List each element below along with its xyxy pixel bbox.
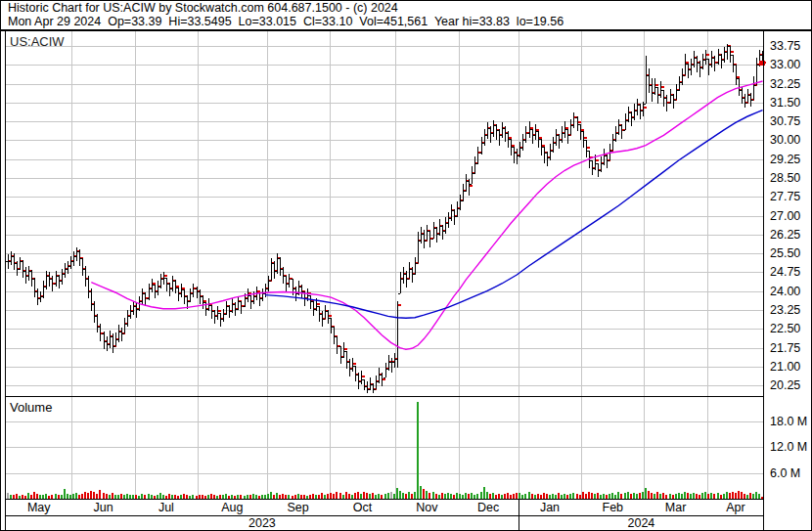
year-boundary-divider <box>519 499 519 530</box>
price-tick-label: 24.00 <box>770 285 800 298</box>
price-tick-label: 29.25 <box>770 153 800 166</box>
price-tick-label: 33.00 <box>770 58 800 71</box>
gridlines <box>6 31 764 499</box>
price-tick-label: 27.00 <box>770 209 800 223</box>
month-label: Jul <box>158 501 174 514</box>
price-tick-label: 30.75 <box>770 114 800 128</box>
volume-tick-label: 18.0 M <box>770 415 807 428</box>
volume-bars <box>7 402 763 499</box>
month-label: Jun <box>93 501 113 514</box>
year-label: 2023 <box>248 516 276 530</box>
chart-window: Historic Chart for US:ACIW by Stockwatch… <box>0 0 812 531</box>
ma-slow-line <box>265 111 763 319</box>
price-tick-label: 27.75 <box>770 190 800 203</box>
price-tick-label: 31.50 <box>770 96 800 110</box>
price-tick-label: 25.50 <box>770 246 800 260</box>
ohlc-bars <box>6 44 766 393</box>
volume-tick-label: 12.0 M <box>770 440 807 454</box>
price-tick-label: 28.50 <box>770 171 800 185</box>
plot-right-border <box>763 31 764 531</box>
price-tick-label: 26.25 <box>770 228 800 242</box>
price-tick-label: 30.00 <box>770 133 800 147</box>
last-close-marker <box>759 61 765 66</box>
price-tick-label: 20.25 <box>770 378 800 392</box>
plot-left-border <box>5 31 6 531</box>
month-label: Jan <box>540 501 560 514</box>
price-tick-label: 21.75 <box>770 341 800 355</box>
price-tick-label: 32.25 <box>770 77 800 91</box>
volume-months-divider <box>5 499 764 500</box>
month-label: Nov <box>416 501 437 514</box>
month-label: Sep <box>288 501 309 514</box>
price-volume-divider <box>5 396 764 397</box>
price-tick-label: 24.75 <box>770 265 800 279</box>
volume-tick-label: 6.0 M <box>770 466 800 480</box>
month-label: May <box>27 501 51 514</box>
month-label: Oct <box>353 501 372 514</box>
volume-pane-label: Volume <box>10 400 52 415</box>
price-tick-label: 22.50 <box>770 322 800 335</box>
symbol-label: US:ACIW <box>10 34 65 49</box>
price-tick-label: 21.00 <box>770 360 800 374</box>
month-label: Apr <box>726 501 744 514</box>
chart-canvas <box>1 1 811 530</box>
month-label: Dec <box>477 501 499 514</box>
price-tick-label: 23.25 <box>770 303 800 317</box>
year-label: 2024 <box>628 516 655 530</box>
month-label: Aug <box>221 501 243 514</box>
month-label: Mar <box>665 501 687 514</box>
month-label: Feb <box>603 501 624 514</box>
price-tick-label: 33.75 <box>770 39 800 53</box>
